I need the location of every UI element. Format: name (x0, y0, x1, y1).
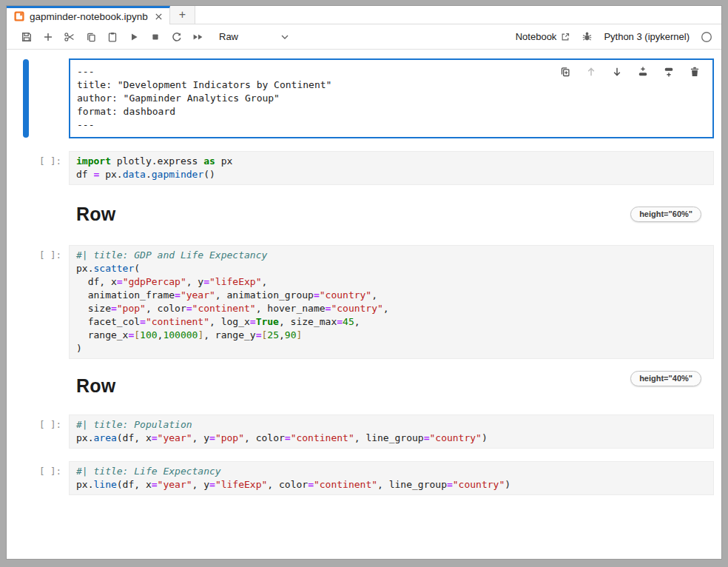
notebook-link-label: Notebook (516, 31, 557, 42)
cell-prompt: [ ]: (7, 245, 69, 359)
interrupt-kernel-button[interactable] (144, 27, 166, 47)
clipboard-icon (107, 31, 118, 43)
close-icon[interactable] (155, 13, 163, 21)
scissors-icon (64, 31, 75, 43)
active-cell-collapser[interactable] (23, 59, 29, 138)
insert-cell-above-button[interactable] (636, 65, 650, 78)
cut-cells-button[interactable] (58, 27, 80, 47)
chevron-down-icon (281, 35, 289, 39)
code-lines: #| title: GDP and Life Expectancypx.scat… (76, 249, 707, 355)
tab-notebook[interactable]: gapminder-notebook.ipynb (7, 6, 170, 24)
kernel-status-icon (701, 31, 712, 43)
fast-forward-icon (192, 31, 204, 43)
code-cell-area: [ ]: #| title: Populationpx.area(df, x="… (7, 415, 721, 449)
plus-icon: + (179, 8, 186, 21)
height-badge: height="40%" (630, 371, 701, 386)
restart-icon (171, 31, 183, 43)
debugger-button[interactable] (582, 31, 593, 42)
kernel-name[interactable]: Python 3 (ipykernel) (604, 31, 690, 42)
plus-icon (42, 31, 54, 43)
code-lines: #| title: Life Expectancypx.line(df, x="… (76, 465, 707, 491)
code-cell-editor[interactable]: import plotly.express as pxdf = px.data.… (69, 151, 714, 185)
code-lines: import plotly.express as pxdf = px.data.… (76, 155, 707, 181)
external-link-icon (560, 32, 570, 42)
cell-prompt: [ ]: (7, 151, 69, 185)
cell-prompt (7, 58, 69, 138)
code-cell-line: [ ]: #| title: Life Expectancypx.line(df… (7, 461, 721, 495)
markdown-heading-row-1: Row height="60%" (69, 204, 714, 225)
code-cell-editor[interactable]: #| title: Populationpx.area(df, x="year"… (69, 415, 714, 449)
window-frame: gapminder-notebook.ipynb + (0, 0, 728, 567)
height-badge: height="60%" (630, 207, 701, 222)
heading-text: Row (76, 204, 115, 225)
jupyterlab-window: gapminder-notebook.ipynb + (6, 5, 722, 560)
cell-type-value: Raw (219, 31, 238, 42)
notebook-panel: ---title: "Development Indicators by Con… (7, 50, 721, 559)
code-cell-editor[interactable]: #| title: Life Expectancypx.line(df, x="… (69, 461, 714, 495)
restart-run-all-button[interactable] (187, 27, 209, 47)
markdown-heading-row-2: Row height="40%" (69, 375, 714, 397)
insert-cell-below-button[interactable] (662, 65, 675, 78)
bug-icon (582, 31, 593, 42)
raw-cell-editor[interactable]: ---title: "Development Indicators by Con… (69, 58, 714, 138)
code-cell-imports: [ ]: import plotly.express as pxdf = px.… (7, 151, 721, 185)
code-cell-scatter: [ ]: #| title: GDP and Life Expectancypx… (7, 245, 721, 359)
tab-bar: gapminder-notebook.ipynb + (7, 6, 721, 24)
code-cell-editor[interactable]: #| title: GDP and Life Expectancypx.scat… (69, 245, 714, 359)
toolbar-right: Notebook Python 3 (ipykernel) (516, 31, 712, 43)
notebook-toolbar: Raw Notebook Python 3 (7, 24, 721, 50)
restart-kernel-button[interactable] (166, 27, 187, 47)
cell-toolbar (559, 65, 701, 78)
heading-text: Row (76, 375, 115, 397)
play-icon (128, 31, 140, 43)
open-in-notebook-button[interactable]: Notebook (516, 31, 571, 42)
move-cell-up-button[interactable] (584, 65, 598, 78)
tab-title: gapminder-notebook.ipynb (30, 11, 148, 22)
save-icon (21, 31, 33, 43)
raw-cell-frontmatter: ---title: "Development Indicators by Con… (7, 58, 721, 138)
insert-above-icon (637, 66, 649, 78)
duplicate-cell-icon (559, 66, 571, 78)
paste-cells-button[interactable] (101, 27, 123, 47)
copy-icon (85, 31, 97, 43)
run-cell-button[interactable] (123, 27, 144, 47)
new-tab-button[interactable]: + (170, 6, 195, 24)
cell-type-dropdown[interactable]: Raw (216, 30, 291, 44)
add-cell-button[interactable] (37, 27, 58, 47)
copy-cells-button[interactable] (80, 27, 101, 47)
cell-prompt: [ ]: (7, 415, 69, 449)
insert-below-icon (663, 66, 675, 78)
move-cell-down-button[interactable] (610, 65, 624, 78)
arrow-up-icon (585, 66, 597, 78)
arrow-down-icon (611, 66, 623, 78)
notebook-file-icon (14, 11, 24, 21)
duplicate-cell-button[interactable] (559, 65, 572, 78)
stop-icon (149, 31, 161, 43)
delete-cell-button[interactable] (688, 65, 701, 78)
save-button[interactable] (16, 27, 37, 47)
cell-prompt: [ ]: (7, 461, 69, 495)
trash-icon (689, 66, 701, 78)
code-lines: #| title: Populationpx.area(df, x="year"… (76, 418, 707, 445)
